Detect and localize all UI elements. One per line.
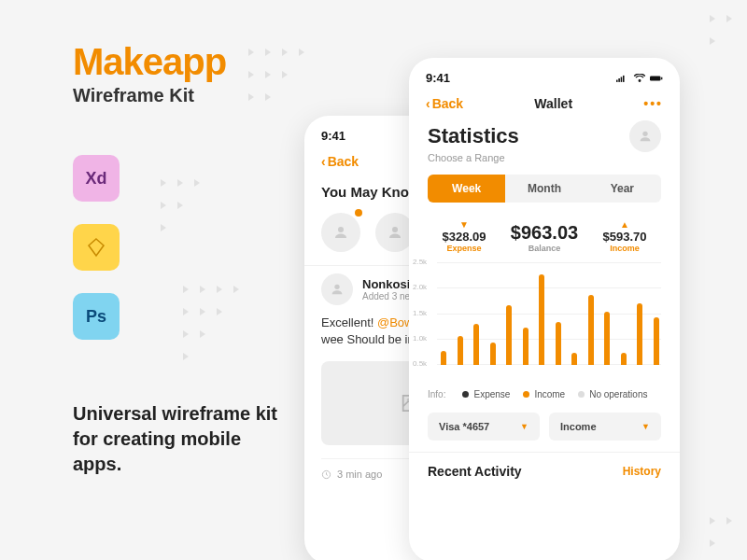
tagline-text: Universal wireframe kit for creating mob…: [73, 401, 278, 477]
svg-rect-10: [661, 77, 662, 79]
svg-rect-6: [618, 78, 620, 82]
chevron-left-icon: ‹: [426, 96, 430, 111]
stat-balance: $963.03 Balance: [504, 222, 585, 253]
svg-rect-8: [623, 75, 625, 81]
decoration-triangles: [155, 174, 205, 241]
arrow-up-icon: ▲: [585, 219, 665, 230]
decoration-triangles: [243, 43, 310, 110]
chart-bar: [506, 305, 512, 365]
chart-bar: [441, 351, 446, 365]
range-segmented-control: Week Month Year: [428, 175, 661, 203]
battery-icon: [650, 74, 663, 83]
status-dot-icon: [355, 209, 362, 217]
avatar: [321, 273, 353, 305]
legend-expense: Expense: [462, 389, 510, 399]
svg-rect-7: [621, 77, 623, 81]
chart-bar: [490, 343, 496, 365]
svg-point-2: [334, 285, 339, 289]
segment-year[interactable]: Year: [584, 175, 661, 203]
sketch-icon: [73, 224, 120, 271]
range-label: Choose a Range: [409, 152, 680, 175]
bar-chart: 2.5k2.0k1.5k1.0k0.5k: [409, 262, 680, 382]
chevron-left-icon: ‹: [321, 154, 326, 169]
svg-rect-5: [616, 79, 618, 81]
chart-bar: [621, 353, 627, 365]
chevron-down-icon: ▼: [641, 422, 650, 431]
legend-none: No operations: [578, 389, 647, 399]
chart-bar: [473, 324, 479, 365]
status-time: 9:41: [321, 129, 345, 143]
signal-icon: [616, 74, 629, 83]
arrow-down-icon: ▼: [424, 219, 504, 230]
page-title: Statistics: [428, 124, 519, 148]
back-button[interactable]: ‹ Back: [321, 154, 359, 169]
status-time: 9:41: [426, 71, 450, 85]
suggested-user[interactable]: [321, 213, 360, 252]
avatar[interactable]: [629, 120, 661, 152]
chart-bar: [604, 312, 610, 365]
brand-title: Makeapp: [73, 41, 226, 83]
type-select[interactable]: Income▼: [549, 413, 661, 441]
decoration-triangles: [704, 511, 738, 556]
history-link[interactable]: History: [623, 465, 661, 478]
phone-wallet-preview: 9:41 ‹ Back Wallet ••• Statistics Choose…: [409, 58, 680, 560]
svg-rect-9: [650, 76, 660, 80]
stat-income: ▲ $593.70 Income: [585, 219, 665, 253]
chart-bar: [458, 336, 463, 365]
svg-point-1: [392, 227, 398, 232]
legend-income: Income: [523, 389, 565, 399]
brand-subtitle: Wireframe Kit: [73, 85, 226, 106]
wifi-icon: [633, 74, 646, 83]
decoration-triangles: [177, 280, 245, 370]
avatar: [321, 213, 360, 252]
xd-icon: Xd: [73, 155, 120, 202]
chart-bar: [571, 353, 577, 365]
more-icon[interactable]: •••: [643, 96, 663, 111]
back-button[interactable]: ‹ Back: [426, 96, 463, 111]
chart-legend: Info: Expense Income No operations: [409, 382, 680, 407]
chevron-down-icon: ▼: [520, 422, 529, 431]
status-icons: [616, 74, 663, 83]
brand-block: Makeapp Wireframe Kit: [73, 41, 226, 106]
card-select[interactable]: Visa *4657▼: [428, 413, 540, 441]
stat-expense: ▼ $328.09 Expense: [424, 219, 504, 253]
chart-bar: [556, 322, 561, 365]
segment-week[interactable]: Week: [428, 175, 505, 203]
chart-bar: [588, 295, 594, 365]
chart-bar: [523, 328, 529, 365]
back-label: Back: [328, 154, 359, 169]
svg-point-11: [642, 132, 647, 136]
decoration-triangles: [704, 9, 738, 54]
chart-bar: [654, 317, 659, 365]
recent-title: Recent Activity: [428, 464, 522, 479]
back-label: Back: [432, 96, 463, 111]
ps-icon: Ps: [73, 293, 120, 340]
chart-bar: [637, 303, 642, 365]
chart-bar: [539, 274, 544, 365]
clock-icon: [321, 469, 331, 480]
svg-point-0: [338, 227, 344, 232]
nav-title: Wallet: [534, 96, 572, 111]
segment-month[interactable]: Month: [505, 175, 583, 203]
